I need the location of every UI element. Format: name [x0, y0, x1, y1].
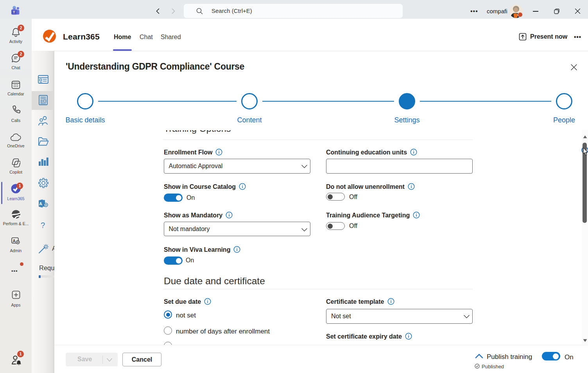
svg-text:T: T [13, 10, 15, 14]
svg-text:A: A [13, 239, 15, 243]
svg-text:A: A [39, 201, 42, 206]
